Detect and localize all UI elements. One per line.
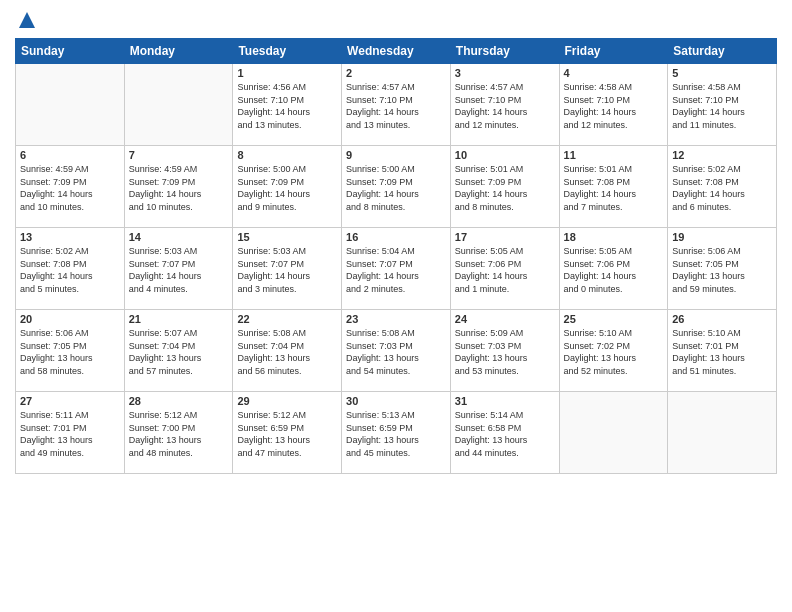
calendar-cell: 7Sunrise: 4:59 AM Sunset: 7:09 PM Daylig… — [124, 146, 233, 228]
cell-content: Sunrise: 5:05 AM Sunset: 7:06 PM Dayligh… — [455, 245, 555, 295]
calendar-cell — [559, 392, 668, 474]
day-number: 16 — [346, 231, 446, 243]
day-number: 31 — [455, 395, 555, 407]
calendar-cell: 27Sunrise: 5:11 AM Sunset: 7:01 PM Dayli… — [16, 392, 125, 474]
calendar-cell: 31Sunrise: 5:14 AM Sunset: 6:58 PM Dayli… — [450, 392, 559, 474]
calendar-cell: 23Sunrise: 5:08 AM Sunset: 7:03 PM Dayli… — [342, 310, 451, 392]
calendar-cell: 17Sunrise: 5:05 AM Sunset: 7:06 PM Dayli… — [450, 228, 559, 310]
cell-content: Sunrise: 5:10 AM Sunset: 7:02 PM Dayligh… — [564, 327, 664, 377]
day-number: 24 — [455, 313, 555, 325]
cell-content: Sunrise: 5:01 AM Sunset: 7:09 PM Dayligh… — [455, 163, 555, 213]
cell-content: Sunrise: 5:03 AM Sunset: 7:07 PM Dayligh… — [237, 245, 337, 295]
calendar-cell: 3Sunrise: 4:57 AM Sunset: 7:10 PM Daylig… — [450, 64, 559, 146]
calendar-cell: 14Sunrise: 5:03 AM Sunset: 7:07 PM Dayli… — [124, 228, 233, 310]
calendar-cell: 30Sunrise: 5:13 AM Sunset: 6:59 PM Dayli… — [342, 392, 451, 474]
day-number: 30 — [346, 395, 446, 407]
cell-content: Sunrise: 4:57 AM Sunset: 7:10 PM Dayligh… — [455, 81, 555, 131]
calendar-cell: 5Sunrise: 4:58 AM Sunset: 7:10 PM Daylig… — [668, 64, 777, 146]
day-number: 18 — [564, 231, 664, 243]
cell-content: Sunrise: 4:59 AM Sunset: 7:09 PM Dayligh… — [129, 163, 229, 213]
calendar-cell: 29Sunrise: 5:12 AM Sunset: 6:59 PM Dayli… — [233, 392, 342, 474]
calendar-cell: 4Sunrise: 4:58 AM Sunset: 7:10 PM Daylig… — [559, 64, 668, 146]
day-number: 23 — [346, 313, 446, 325]
cell-content: Sunrise: 5:02 AM Sunset: 7:08 PM Dayligh… — [20, 245, 120, 295]
day-number: 2 — [346, 67, 446, 79]
day-number: 25 — [564, 313, 664, 325]
cell-content: Sunrise: 5:08 AM Sunset: 7:03 PM Dayligh… — [346, 327, 446, 377]
cell-content: Sunrise: 4:59 AM Sunset: 7:09 PM Dayligh… — [20, 163, 120, 213]
cell-content: Sunrise: 5:13 AM Sunset: 6:59 PM Dayligh… — [346, 409, 446, 459]
cell-content: Sunrise: 5:06 AM Sunset: 7:05 PM Dayligh… — [672, 245, 772, 295]
day-number: 12 — [672, 149, 772, 161]
cell-content: Sunrise: 5:06 AM Sunset: 7:05 PM Dayligh… — [20, 327, 120, 377]
cell-content: Sunrise: 5:12 AM Sunset: 6:59 PM Dayligh… — [237, 409, 337, 459]
day-number: 22 — [237, 313, 337, 325]
calendar-cell: 12Sunrise: 5:02 AM Sunset: 7:08 PM Dayli… — [668, 146, 777, 228]
cell-content: Sunrise: 5:05 AM Sunset: 7:06 PM Dayligh… — [564, 245, 664, 295]
cell-content: Sunrise: 5:11 AM Sunset: 7:01 PM Dayligh… — [20, 409, 120, 459]
day-number: 6 — [20, 149, 120, 161]
day-number: 15 — [237, 231, 337, 243]
calendar-week-row: 20Sunrise: 5:06 AM Sunset: 7:05 PM Dayli… — [16, 310, 777, 392]
day-number: 13 — [20, 231, 120, 243]
cell-content: Sunrise: 5:10 AM Sunset: 7:01 PM Dayligh… — [672, 327, 772, 377]
day-number: 1 — [237, 67, 337, 79]
day-header-tuesday: Tuesday — [233, 39, 342, 64]
calendar-cell: 24Sunrise: 5:09 AM Sunset: 7:03 PM Dayli… — [450, 310, 559, 392]
calendar-cell: 25Sunrise: 5:10 AM Sunset: 7:02 PM Dayli… — [559, 310, 668, 392]
cell-content: Sunrise: 4:56 AM Sunset: 7:10 PM Dayligh… — [237, 81, 337, 131]
cell-content: Sunrise: 5:01 AM Sunset: 7:08 PM Dayligh… — [564, 163, 664, 213]
day-number: 9 — [346, 149, 446, 161]
day-header-sunday: Sunday — [16, 39, 125, 64]
day-number: 4 — [564, 67, 664, 79]
logo-icon — [17, 10, 37, 30]
cell-content: Sunrise: 5:00 AM Sunset: 7:09 PM Dayligh… — [237, 163, 337, 213]
cell-content: Sunrise: 5:09 AM Sunset: 7:03 PM Dayligh… — [455, 327, 555, 377]
cell-content: Sunrise: 5:14 AM Sunset: 6:58 PM Dayligh… — [455, 409, 555, 459]
day-header-wednesday: Wednesday — [342, 39, 451, 64]
cell-content: Sunrise: 4:58 AM Sunset: 7:10 PM Dayligh… — [564, 81, 664, 131]
cell-content: Sunrise: 5:03 AM Sunset: 7:07 PM Dayligh… — [129, 245, 229, 295]
day-number: 10 — [455, 149, 555, 161]
calendar-cell: 28Sunrise: 5:12 AM Sunset: 7:00 PM Dayli… — [124, 392, 233, 474]
day-number: 21 — [129, 313, 229, 325]
calendar-cell: 19Sunrise: 5:06 AM Sunset: 7:05 PM Dayli… — [668, 228, 777, 310]
day-number: 19 — [672, 231, 772, 243]
calendar-table: SundayMondayTuesdayWednesdayThursdayFrid… — [15, 38, 777, 474]
cell-content: Sunrise: 5:07 AM Sunset: 7:04 PM Dayligh… — [129, 327, 229, 377]
calendar-cell: 11Sunrise: 5:01 AM Sunset: 7:08 PM Dayli… — [559, 146, 668, 228]
day-header-saturday: Saturday — [668, 39, 777, 64]
calendar-week-row: 27Sunrise: 5:11 AM Sunset: 7:01 PM Dayli… — [16, 392, 777, 474]
day-number: 17 — [455, 231, 555, 243]
day-number: 14 — [129, 231, 229, 243]
day-number: 29 — [237, 395, 337, 407]
calendar-cell: 21Sunrise: 5:07 AM Sunset: 7:04 PM Dayli… — [124, 310, 233, 392]
day-number: 26 — [672, 313, 772, 325]
page-container: SundayMondayTuesdayWednesdayThursdayFrid… — [0, 0, 792, 612]
calendar-cell: 9Sunrise: 5:00 AM Sunset: 7:09 PM Daylig… — [342, 146, 451, 228]
day-number: 5 — [672, 67, 772, 79]
calendar-cell: 6Sunrise: 4:59 AM Sunset: 7:09 PM Daylig… — [16, 146, 125, 228]
day-number: 3 — [455, 67, 555, 79]
calendar-week-row: 13Sunrise: 5:02 AM Sunset: 7:08 PM Dayli… — [16, 228, 777, 310]
calendar-header-row: SundayMondayTuesdayWednesdayThursdayFrid… — [16, 39, 777, 64]
calendar-cell: 1Sunrise: 4:56 AM Sunset: 7:10 PM Daylig… — [233, 64, 342, 146]
calendar-week-row: 6Sunrise: 4:59 AM Sunset: 7:09 PM Daylig… — [16, 146, 777, 228]
cell-content: Sunrise: 5:04 AM Sunset: 7:07 PM Dayligh… — [346, 245, 446, 295]
logo — [15, 10, 39, 30]
day-number: 27 — [20, 395, 120, 407]
day-number: 8 — [237, 149, 337, 161]
cell-content: Sunrise: 5:00 AM Sunset: 7:09 PM Dayligh… — [346, 163, 446, 213]
calendar-week-row: 1Sunrise: 4:56 AM Sunset: 7:10 PM Daylig… — [16, 64, 777, 146]
cell-content: Sunrise: 4:58 AM Sunset: 7:10 PM Dayligh… — [672, 81, 772, 131]
calendar-cell: 10Sunrise: 5:01 AM Sunset: 7:09 PM Dayli… — [450, 146, 559, 228]
calendar-cell: 26Sunrise: 5:10 AM Sunset: 7:01 PM Dayli… — [668, 310, 777, 392]
day-header-monday: Monday — [124, 39, 233, 64]
day-number: 28 — [129, 395, 229, 407]
cell-content: Sunrise: 5:08 AM Sunset: 7:04 PM Dayligh… — [237, 327, 337, 377]
day-header-thursday: Thursday — [450, 39, 559, 64]
calendar-cell: 18Sunrise: 5:05 AM Sunset: 7:06 PM Dayli… — [559, 228, 668, 310]
calendar-cell: 13Sunrise: 5:02 AM Sunset: 7:08 PM Dayli… — [16, 228, 125, 310]
calendar-cell — [124, 64, 233, 146]
cell-content: Sunrise: 5:12 AM Sunset: 7:00 PM Dayligh… — [129, 409, 229, 459]
